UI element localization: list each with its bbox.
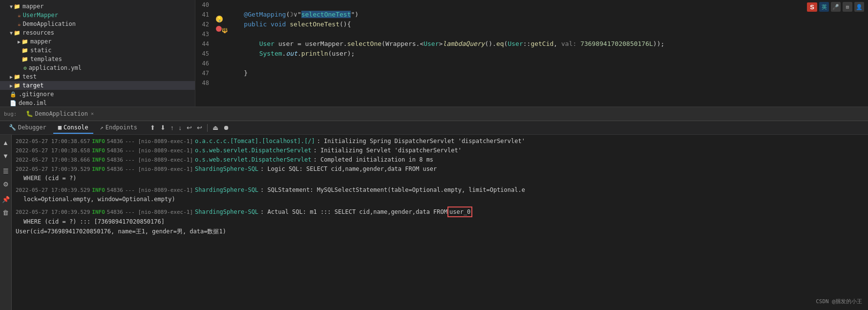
line-num-48: 48 [195, 78, 215, 88]
sidebar-item-mapper[interactable]: ▼ 📁 mapper [0, 2, 195, 11]
debug-btn-down[interactable]: ⬇ [158, 123, 168, 132]
line-num-45: 45 [195, 49, 215, 59]
code-line-42: 42 🔱 public void selectOneTest(){ [195, 20, 868, 29]
folder-icon-templates: 📁 [21, 56, 28, 62]
tab-demoapplication[interactable]: 🐛 DemoApplication ✕ [21, 108, 99, 120]
sidebar-label-usermapper: UserMapper [23, 12, 58, 19]
code-lines: 40 41 💡 @GetMapping(☽∨"selectOneTest") 4… [195, 0, 868, 106]
log-time-1: 2022-05-27 17:00:38.657 [16, 137, 90, 146]
sidebar-label-appyaml: application.yml [29, 64, 82, 71]
log-thread-2: --- [nio-8089-exec-1] [125, 146, 193, 155]
log-line-4: 2022-05-27 17:00:39.529 INFO 54836 --- [… [16, 165, 864, 174]
line-num-43: 43 [195, 29, 215, 39]
tab-debugger[interactable]: 🔧 Debugger [4, 122, 51, 134]
endpoints-tab-icon: ↗ [100, 124, 104, 131]
folder-icon-target: 📁 [14, 83, 21, 89]
watermark-text: CSDN @掴发的小王 [816, 298, 862, 305]
step-arrow: 🔱 [222, 26, 228, 36]
log-time-8: 2022-05-27 17:00:39.529 [16, 208, 90, 217]
tab-close-icon[interactable]: ✕ [91, 111, 94, 116]
folder-icon-mapper-sub: 📁 [21, 39, 28, 45]
sidebar-item-target[interactable]: ▶ 📁 target [0, 81, 195, 90]
debug-btn-step-over[interactable]: ↑ [169, 123, 176, 132]
log-thread-1: --- [nio-8089-exec-1] [125, 137, 193, 146]
folder-icon-mapper: 📁 [14, 3, 21, 10]
translate-btn[interactable]: 英 [819, 2, 829, 12]
log-class-4: ShardingSphere-SQL [195, 165, 258, 173]
line-content-41: @GetMapping(☽∨"selectOneTest") [225, 10, 868, 20]
console-toolbar: ⬆ ⬇ ↑ ↓ ↩ ↩ ⏏ ⏺ [148, 123, 232, 132]
debug-btn-step-out[interactable]: ↩ [185, 123, 194, 132]
folder-icon-resources: 📁 [14, 30, 21, 36]
log-msg-6: : SQLStatement: MySQLSelectStatement(tab… [260, 186, 525, 194]
user-btn[interactable]: 👤 [854, 2, 864, 12]
ctrl-btn-filter[interactable]: ☰ [1, 166, 10, 176]
debug-btn-record[interactable]: ⏺ [221, 123, 232, 132]
tab-console[interactable]: ▦ Console [53, 122, 93, 134]
sidebar-item-test[interactable]: ▶ 📁 test [0, 72, 195, 81]
log-msg-5: WHERE (cid = ?) [23, 174, 76, 183]
log-line-3: 2022-05-27 17:00:38.666 INFO 54836 --- [… [16, 155, 864, 165]
line-content-47: } [225, 68, 868, 78]
log-time-4: 2022-05-27 17:00:39.529 [16, 165, 90, 174]
bottom-section: bug: 🐛 DemoApplication ✕ 🔧 Debugger ▦ Co… [0, 107, 868, 310]
console-tab-icon: ▦ [58, 124, 62, 131]
sidebar-item-gitignore[interactable]: 🔒 .gitignore [0, 90, 195, 99]
log-line-8: 2022-05-27 17:00:39.529 INFO 54836 --- [… [16, 207, 864, 217]
code-line-41: 41 💡 @GetMapping(☽∨"selectOneTest") [195, 10, 868, 20]
sidebar-item-demoapplication[interactable]: ☕ DemoApplication [0, 20, 195, 28]
log-msg-8-prefix: : Actual SQL: m1 ::: SELECT cid,name,gen… [260, 207, 447, 216]
sidebar-item-appyaml[interactable]: ⚙ application.yml [0, 63, 195, 72]
log-level-2: INFO [92, 146, 105, 155]
debug-btn-up[interactable]: ⬆ [148, 123, 157, 132]
sidebar-item-resources[interactable]: ▼ 📁 resources [0, 28, 195, 37]
log-time-6: 2022-05-27 17:00:39.529 [16, 186, 90, 195]
ctrl-btn-down[interactable]: ▼ [1, 151, 10, 161]
log-msg-4: : Logic SQL: SELECT cid,name,gender,data… [260, 165, 437, 173]
code-line-45: 45 System.out.println(user); [195, 49, 868, 59]
log-msg-10: User(cid=736989417020850176, name=王1, ge… [16, 227, 226, 236]
debug-btn-eject[interactable]: ⏏ [211, 123, 220, 132]
line-num-46: 46 [195, 59, 215, 68]
log-line-5: WHERE (cid = ?) [23, 174, 864, 183]
sidebar-item-static[interactable]: ▶ 📁 static [0, 46, 195, 55]
log-line-9: WHERE (cid = ?) ::: [736989417020850176] [23, 217, 864, 226]
log-class-3: o.s.web.servlet.DispatcherServlet [195, 155, 311, 164]
sidebar-item-usermapper[interactable]: ☕ UserMapper [0, 11, 195, 20]
line-content-45: System.out.println(user); [225, 49, 868, 59]
log-class-6: ShardingSphere-SQL [195, 186, 258, 194]
ctrl-btn-pin[interactable]: 📌 [0, 194, 11, 205]
sidebar-item-demoixml[interactable]: 📄 demo.iml [0, 99, 195, 106]
sidebar-item-templates[interactable]: ▶ 📁 templates [0, 55, 195, 63]
run-icon: 🐛 [26, 110, 33, 117]
line-num-42: 42 [195, 20, 215, 29]
top-section: ▼ 📁 mapper ☕ UserMapper ☕ DemoApplicatio… [0, 0, 868, 107]
log-level-1: INFO [92, 137, 105, 146]
s-icon-btn[interactable]: S [807, 2, 817, 12]
log-pid-3: 54836 [107, 156, 123, 165]
debug-btn-step-into[interactable]: ↓ [176, 123, 184, 132]
sidebar-label-demoapplication: DemoApplication [23, 21, 76, 27]
breakpoint-icon-42 [216, 26, 222, 32]
log-time-2: 2022-05-27 17:00:38.658 [16, 146, 90, 155]
code-line-43: 43 [195, 29, 868, 39]
log-msg-3: : Completed initialization in 8 ms [313, 155, 433, 164]
ctrl-btn-settings[interactable]: ⚙ [1, 179, 10, 189]
log-line-10: User(cid=736989417020850176, name=王1, ge… [16, 227, 864, 236]
log-pid-1: 54836 [107, 137, 123, 146]
iml-icon: 📄 [10, 100, 17, 106]
mic-btn[interactable]: 🎤 [831, 2, 841, 12]
line-num-47: 47 [195, 68, 215, 78]
log-thread-3: --- [nio-8089-exec-1] [125, 156, 193, 165]
debug-btn-resume[interactable]: ↩ [195, 123, 204, 132]
grid-btn[interactable]: ⊞ [843, 2, 852, 12]
code-editor: 40 41 💡 @GetMapping(☽∨"selectOneTest") 4… [195, 0, 868, 106]
csdn-watermark: CSDN @掴发的小王 [816, 297, 862, 306]
ctrl-btn-delete[interactable]: 🗑 [1, 207, 10, 218]
sidebar-item-mapper-sub[interactable]: ▶ 📁 mapper [0, 37, 195, 46]
ctrl-btn-up[interactable]: ▲ [1, 138, 10, 148]
tab-endpoints[interactable]: ↗ Endpoints [95, 122, 142, 134]
toolbar-sep [207, 124, 208, 132]
expand-arrow-mapper: ▼ [10, 4, 13, 9]
log-pid-6: 54836 [107, 186, 123, 195]
